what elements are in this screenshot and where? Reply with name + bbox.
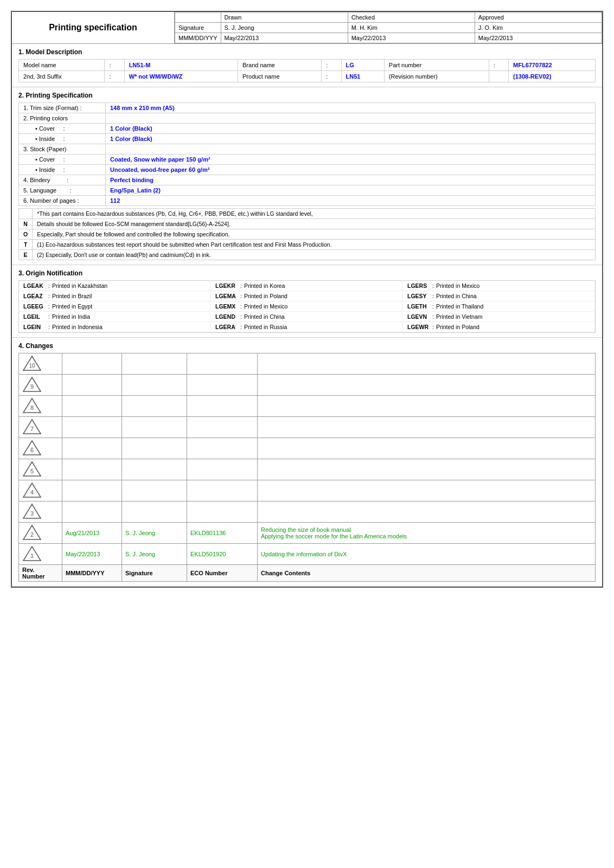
changes-footer-row: Rev. Number MMM/DD/YYY Signature ECO Num… — [19, 565, 596, 582]
rev-6-icon: 6 — [19, 438, 62, 459]
page: Printing specification Drawn Checked App… — [11, 11, 603, 588]
num-pages-value: 112 — [106, 196, 596, 206]
rev-4-date — [62, 480, 122, 501]
drawn-date: May/22/2013 — [221, 33, 348, 43]
colon2: : — [322, 60, 341, 71]
rev-6-sig — [122, 438, 187, 459]
origin-lgewr: LGEWR:Printed in Poland — [403, 322, 595, 332]
drawn-header: Drawn — [221, 12, 348, 23]
part-number-value: MFL67707822 — [509, 60, 596, 71]
inside-stock-label: • Inside : — [19, 165, 106, 175]
svg-text:10: 10 — [29, 363, 35, 369]
drawn-signature: S. J. Jeong — [221, 23, 348, 33]
note-prefix-n: N — [19, 219, 33, 229]
rev-8-icon: 8 — [19, 396, 62, 417]
model-name-value: LN51-M — [124, 60, 238, 71]
rev-4-icon: 4 — [19, 480, 62, 501]
signature-label: Signature — [175, 23, 221, 33]
change-row-9: 9 — [19, 375, 596, 396]
origin-grid-container: LGEAK:Printed in Kazakhstan LGEKR:Printe… — [18, 280, 596, 333]
section1-title: 1. Model Description — [18, 48, 596, 56]
approved-date: May/22/2013 — [475, 33, 602, 43]
rev-10-contents — [258, 353, 596, 375]
change-row-5: 5 — [19, 459, 596, 480]
rev-4-contents — [258, 480, 596, 501]
inside-value: 1 Color (Black) — [106, 134, 596, 144]
section-changes: 4. Changes 10 — [12, 338, 602, 587]
part-number-label: Part number — [384, 60, 489, 71]
approved-signature: J. O. Kim — [475, 23, 602, 33]
footer-eco-label: ECO Number — [187, 565, 258, 582]
title-text: Printing specification — [49, 23, 137, 33]
model-table: Model name : LN51-M Brand name : LG Part… — [18, 59, 596, 82]
header: Printing specification Drawn Checked App… — [12, 12, 602, 44]
section2-title: 2. Printing Specification — [18, 92, 596, 99]
origin-lgeil: LGEIL:Printed in India — [19, 312, 211, 322]
change-row-6: 6 — [19, 438, 596, 459]
note-text-n: Details should be followed Eco-SCM manag… — [33, 219, 596, 229]
origin-lgeak: LGEAK:Printed in Kazakhstan — [19, 281, 211, 291]
header-info-table: Drawn Checked Approved Signature S. J. J… — [175, 12, 602, 43]
cover-stock-label: • Cover : — [19, 155, 106, 165]
date-format-label: MMM/DD/YYY — [175, 33, 221, 43]
revision-number-label: (Revision number) — [384, 71, 489, 82]
change-row-3: 3 — [19, 501, 596, 523]
change-row-1: 1 May/22/2013 S. J. Jeong EKLD501920 Upd… — [19, 544, 596, 565]
rev-5-contents — [258, 459, 596, 480]
origin-lgekr: LGEKR:Printed in Korea — [211, 281, 403, 291]
rev-10-icon: 10 — [19, 353, 62, 375]
stock-label: 3. Stock (Paper) — [19, 144, 106, 155]
approved-header: Approved — [475, 12, 602, 23]
rev-1-contents: Updating the information of DivX — [258, 544, 596, 565]
svg-text:7: 7 — [30, 426, 34, 432]
suffix-label: 2nd, 3rd Suffix — [19, 71, 105, 82]
checked-header: Checked — [348, 12, 475, 23]
revision-number-value: (1308-REV02) — [509, 71, 596, 82]
section-printing-spec: 2. Printing Specification 1. Trim size (… — [12, 87, 602, 265]
cover-label: • Cover : — [19, 124, 106, 134]
product-name-value: LN51 — [341, 71, 384, 82]
rev-3-contents — [258, 501, 596, 523]
change-row-2: 2 Aug/21/2013 S. J. Jeong EKLD801136 Red… — [19, 523, 596, 544]
rev-2-date: Aug/21/2013 — [62, 523, 122, 544]
footer-rev-label: Rev. Number — [19, 565, 62, 582]
rev-8-date — [62, 396, 122, 417]
svg-text:6: 6 — [30, 447, 34, 453]
note-text-star: *This part contains Eco-hazardous substa… — [33, 209, 596, 219]
brand-name-value: LG — [341, 60, 384, 71]
origin-grid: LGEAK:Printed in Kazakhstan LGEKR:Printe… — [19, 281, 595, 332]
rev-4-sig — [122, 480, 187, 501]
rev-1-sig: S. J. Jeong — [122, 544, 187, 565]
svg-text:3: 3 — [30, 510, 34, 517]
origin-lgema: LGEMA:Printed in Poland — [211, 291, 403, 301]
origin-lgemx: LGEMX:Printed in Mexico — [211, 301, 403, 312]
rev-10-sig — [122, 353, 187, 375]
suffix-value: W* not WM/WD/WZ — [124, 71, 238, 82]
rev-9-date — [62, 375, 122, 396]
num-pages-label: 6. Number of pages : — [19, 196, 106, 206]
rev-8-contents — [258, 396, 596, 417]
rev-3-sig — [122, 501, 187, 523]
rev-5-eco — [187, 459, 258, 480]
language-label: 5. Language : — [19, 185, 106, 196]
rev-1-icon: 1 — [19, 544, 62, 565]
rev-3-eco — [187, 501, 258, 523]
rev-1-date: May/22/2013 — [62, 544, 122, 565]
rev-2-contents: Reducing the size of book manualApplying… — [258, 523, 596, 544]
note-prefix-e: E — [19, 250, 33, 260]
colon5: : — [322, 71, 341, 82]
note-prefix-t: T — [19, 240, 33, 250]
brand-name-label: Brand name — [238, 60, 322, 71]
rev-6-date — [62, 438, 122, 459]
note-text-o: Especially, Part should be followed and … — [33, 229, 596, 240]
rev-7-icon: 7 — [19, 417, 62, 438]
rev-7-contents — [258, 417, 596, 438]
origin-lgera: LGERA:Printed in Russia — [211, 322, 403, 332]
rev-5-date — [62, 459, 122, 480]
section3-title: 3. Origin Notification — [18, 269, 596, 277]
colon3: : — [489, 60, 508, 71]
rev-4-eco — [187, 480, 258, 501]
rev-9-icon: 9 — [19, 375, 62, 396]
note-text-e: (2) Especially, Don't use or contain lea… — [33, 250, 596, 260]
section4-title: 4. Changes — [18, 342, 596, 350]
